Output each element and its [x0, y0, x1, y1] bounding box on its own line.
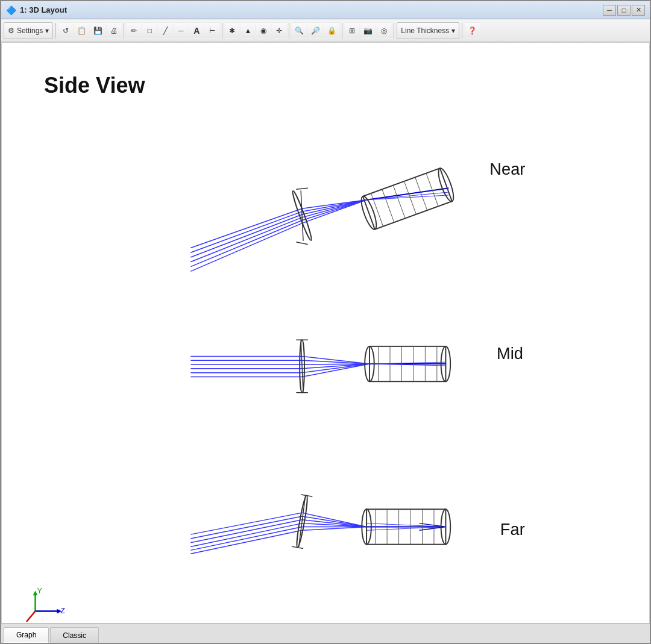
svg-line-5: [190, 208, 302, 248]
far-label: Far: [500, 520, 525, 539]
window-icon: 🔷: [6, 5, 16, 15]
close-button[interactable]: ✕: [632, 5, 645, 16]
settings-chevron-icon: ▾: [45, 27, 49, 35]
star-button[interactable]: ✱: [225, 22, 239, 39]
separator-1: [55, 23, 56, 39]
settings-dropdown[interactable]: ⚙ Settings ▾: [4, 22, 53, 39]
target-button[interactable]: ◎: [377, 22, 391, 39]
svg-line-92: [27, 611, 36, 622]
mid-group: Mid: [190, 340, 523, 393]
text-button[interactable]: A: [189, 22, 204, 39]
triangle-button[interactable]: ▲: [241, 22, 255, 39]
svg-line-4: [190, 211, 302, 252]
tab-classic[interactable]: Classic: [50, 627, 99, 643]
line-thickness-label: Line Thickness ▾: [401, 27, 454, 35]
far-group: Far: [190, 495, 524, 554]
separator-3: [222, 23, 222, 39]
svg-line-3: [190, 214, 302, 257]
tab-classic-label: Classic: [63, 631, 86, 640]
zoom-in-button[interactable]: 🔍: [292, 22, 307, 39]
svg-line-2: [190, 217, 302, 262]
print-button[interactable]: 🖨: [107, 22, 121, 39]
grid-button[interactable]: ⊞: [345, 22, 359, 39]
near-group: Near: [190, 160, 525, 272]
svg-line-76: [297, 496, 308, 547]
titlebar: 🔷 1: 3D Layout ─ □ ✕: [1, 1, 650, 19]
bottom-tabs: Graph Classic: [1, 624, 650, 643]
svg-line-67: [302, 527, 366, 530]
axis-indicator: Y Z: [27, 587, 65, 622]
toolbar: ⚙ Settings ▾ ↺ 📋 💾 🖨 ✏ □ ╱ ─ A ⊢ ✱ ▲ ◉ ✛…: [1, 19, 650, 42]
help-button[interactable]: ❓: [465, 22, 480, 39]
separator-7: [462, 23, 462, 39]
svg-line-60: [190, 530, 302, 554]
circle-button[interactable]: ◉: [256, 22, 271, 39]
svg-line-16: [296, 188, 307, 189]
restore-button[interactable]: □: [617, 5, 631, 16]
separator-4: [289, 23, 289, 39]
svg-text:Z: Z: [60, 607, 65, 615]
copy-button[interactable]: 📋: [74, 22, 89, 39]
svg-line-24: [393, 186, 405, 219]
rectangle-button[interactable]: □: [142, 22, 157, 39]
separator-5: [342, 23, 342, 39]
line-button[interactable]: ╱: [158, 22, 172, 39]
svg-line-26: [415, 177, 427, 210]
save-button[interactable]: 💾: [90, 22, 105, 39]
separator-2: [124, 23, 124, 39]
svg-line-23: [382, 189, 394, 222]
svg-line-34: [302, 356, 370, 364]
minimize-button[interactable]: ─: [603, 5, 616, 16]
draw-button[interactable]: ✏: [127, 22, 141, 39]
arrow-button[interactable]: ⊢: [205, 22, 219, 39]
tab-graph[interactable]: Graph: [4, 627, 49, 643]
canvas-area[interactable]: Side View: [1, 42, 650, 624]
hline-button[interactable]: ─: [174, 22, 188, 39]
svg-line-59: [190, 527, 302, 550]
undo-button[interactable]: ↺: [58, 22, 73, 39]
camera-button[interactable]: 📷: [360, 22, 376, 39]
svg-line-18: [301, 190, 303, 241]
settings-icon: ⚙: [8, 27, 14, 35]
titlebar-left: 🔷 1: 3D Layout: [6, 5, 67, 15]
settings-label: Settings: [17, 27, 43, 35]
diagram-svg: Near: [2, 43, 649, 623]
tab-graph-label: Graph: [16, 631, 36, 639]
svg-line-35: [302, 360, 370, 364]
svg-line-12: [366, 188, 448, 199]
separator-6: [394, 23, 394, 39]
svg-line-46: [301, 340, 303, 392]
main-window: 🔷 1: 3D Layout ─ □ ✕ ⚙ Settings ▾ ↺ 📋 💾 …: [0, 0, 651, 644]
window-title: 1: 3D Layout: [20, 5, 67, 14]
cross-button[interactable]: ✛: [272, 22, 286, 39]
svg-line-64: [302, 520, 366, 527]
titlebar-controls: ─ □ ✕: [603, 5, 645, 16]
svg-text:Y: Y: [37, 587, 42, 595]
mid-label: Mid: [497, 344, 523, 363]
lock-button[interactable]: 🔒: [324, 22, 339, 39]
line-thickness-dropdown[interactable]: Line Thickness ▾: [397, 22, 459, 39]
svg-line-17: [296, 242, 307, 245]
svg-line-0: [190, 224, 302, 272]
zoom-out-button[interactable]: 🔎: [308, 22, 323, 39]
svg-line-1: [190, 220, 302, 267]
near-label: Near: [489, 160, 525, 178]
